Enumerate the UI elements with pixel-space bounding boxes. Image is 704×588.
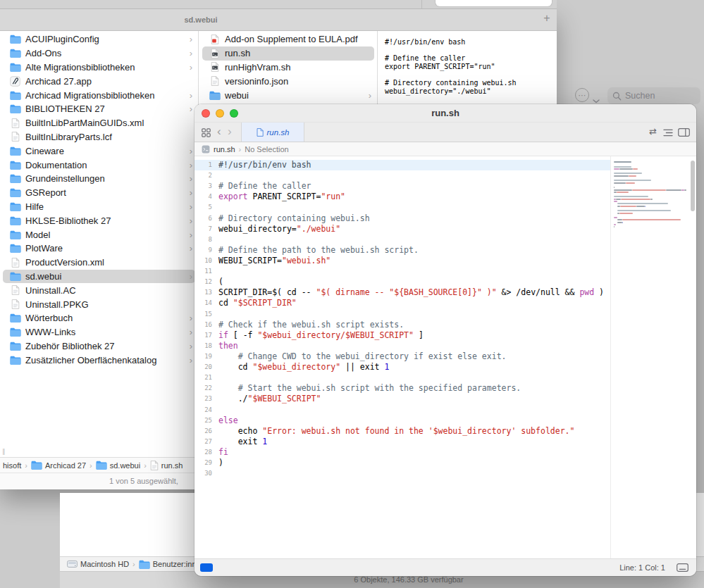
more-options-button[interactable]: ⋯ (575, 88, 589, 102)
code-line[interactable]: 4export PARENT_SCRIPT="run" (194, 192, 610, 202)
folder-row[interactable]: Cineware› (3, 144, 195, 158)
path-item[interactable]: sd.webui (96, 461, 140, 470)
code-line[interactable]: 11 (194, 266, 610, 277)
line-number: 20 (194, 362, 218, 373)
folder-row[interactable]: ProductVersion.xml (3, 256, 195, 270)
code-line[interactable]: 1#!/usr/bin/env bash (194, 160, 610, 170)
jump-bar[interactable]: run.sh › No Selection (194, 142, 696, 156)
path-item-label: run.sh (161, 461, 183, 470)
editor-layout-icon[interactable] (678, 128, 690, 137)
finder-toolbar[interactable]: sd.webui + (0, 9, 557, 31)
line-number: 24 (194, 405, 218, 415)
editor-scrollbar[interactable] (690, 159, 696, 556)
path-item[interactable]: run.sh (150, 461, 183, 470)
code-text (218, 373, 610, 383)
breadcrumb-selection[interactable]: No Selection (245, 145, 288, 154)
folder-row[interactable]: Grundeinstellungen› (3, 172, 195, 186)
tab-run-sh[interactable]: run.sh (241, 123, 304, 142)
folder-row[interactable]: Wörterbuch› (3, 311, 195, 325)
script-icon (208, 62, 221, 72)
xcode-title-bar[interactable]: run.sh (194, 104, 696, 123)
folder-row[interactable]: ACUIPluginConfig› (3, 32, 195, 46)
chevron-right-icon: › (187, 187, 192, 198)
keyboard-panel-icon[interactable] (677, 563, 688, 572)
zoom-button[interactable] (230, 109, 238, 118)
code-line[interactable]: 27 exit 1 (194, 437, 610, 447)
folder-row[interactable]: GSReport› (3, 186, 195, 200)
folder-row[interactable]: Alte Migrationsbibliotheken› (3, 61, 195, 75)
code-line[interactable]: 24 (194, 405, 610, 415)
doc-icon (208, 76, 221, 86)
code-line[interactable]: 3# Define the caller (194, 181, 610, 192)
folder-row[interactable]: PlotWare› (3, 242, 195, 256)
file-row[interactable]: runHighVram.sh (202, 61, 374, 75)
folder-row[interactable]: Uninstall.AC (3, 283, 195, 297)
code-line[interactable]: 21 (194, 373, 610, 383)
breadcrumb-file[interactable]: run.sh (214, 145, 235, 154)
search-field[interactable]: Suchen (607, 87, 700, 104)
folder-row[interactable]: Zusätzlicher Oberflächenkatalog› (3, 353, 195, 367)
path-item[interactable]: Macintosh HD (67, 560, 129, 568)
code-line[interactable]: 28fi (194, 447, 610, 458)
folder-row[interactable]: Add-Ons› (3, 46, 195, 61)
code-line[interactable]: 14cd "$SCRIPT_DIR" (194, 298, 610, 308)
folder-row[interactable]: Zubehör Bibliothek 27› (3, 339, 195, 354)
code-line[interactable]: 17if [ -f "$webui_directory/$WEBUI_SCRIP… (194, 330, 610, 341)
code-line[interactable]: 25else (194, 415, 610, 426)
folder-row[interactable]: BuiltInLibPartMainGUIDs.xml (3, 116, 195, 130)
code-line[interactable]: 30 (194, 468, 610, 479)
new-tab-button[interactable]: + (541, 12, 553, 25)
folder-row[interactable]: BuiltInLibraryParts.lcf (3, 130, 195, 144)
tab-overview-icon[interactable] (202, 128, 211, 137)
code-line[interactable]: 10WEBUI_SCRIPT="webui.sh" (194, 256, 610, 266)
code-line[interactable]: 22 # Start the webui.sh script with the … (194, 383, 610, 394)
back-button[interactable]: ‹ (217, 125, 221, 139)
code-line[interactable]: 8 (194, 234, 610, 245)
file-row[interactable]: Add-on Supplement to EULA.pdf (202, 32, 374, 46)
code-line[interactable]: 9# Define the path to the webui.sh scrip… (194, 245, 610, 256)
code-line[interactable]: 5 (194, 202, 610, 213)
code-editor[interactable]: 1#!/usr/bin/env bash23# Define the calle… (194, 156, 696, 558)
folder-row[interactable]: Uninstall.PPKG (3, 297, 195, 311)
folder-row[interactable]: BIBLIOTHEKEN 27› (3, 102, 195, 116)
code-line[interactable]: 7webui_directory="./webui" (194, 224, 610, 234)
folder-row[interactable]: Hilfe› (3, 200, 195, 214)
file-row[interactable]: run.sh (202, 46, 374, 61)
code-line[interactable]: 23 ./"$WEBUI_SCRIPT" (194, 394, 610, 404)
code-line[interactable]: 6# Directory containing webui.sh (194, 213, 610, 224)
folder-row[interactable]: Archicad 27.app (3, 74, 195, 88)
code-line[interactable]: 20 cd "$webui_directory" || exit 1 (194, 362, 610, 373)
folder-row[interactable]: Archicad Migrationsbibliotheken› (3, 88, 195, 102)
code-line[interactable]: 15 (194, 309, 610, 320)
minimap[interactable] (610, 156, 689, 558)
folder-row[interactable]: Dokumentation› (3, 158, 195, 172)
folder-row[interactable]: Model› (3, 227, 195, 242)
item-label: ProductVersion.xml (22, 257, 192, 268)
code-line[interactable]: 2 (194, 170, 610, 181)
file-row[interactable]: versioninfo.json (202, 74, 374, 88)
forward-button[interactable]: › (228, 125, 232, 139)
folder-row[interactable]: HKLSE-Bibliothek 27› (3, 213, 195, 227)
code-line[interactable]: 26 echo "Error: webui.sh not found in th… (194, 426, 610, 437)
path-item[interactable]: hisoft (3, 461, 21, 470)
code-line[interactable]: 16# Check if the webui.sh script exists. (194, 320, 610, 330)
code-line[interactable]: 19 # Change CWD to the webui_directory i… (194, 351, 610, 362)
code-line[interactable]: 18then (194, 341, 610, 351)
swap-editors-icon[interactable]: ⇄ (649, 126, 657, 137)
code-line[interactable]: 13SCRIPT_DIR=$( cd -- "$( dirname -- "${… (194, 287, 610, 298)
file-row[interactable]: webui› (202, 88, 374, 102)
folder-row[interactable]: WWW-Links› (3, 325, 195, 339)
folder-row[interactable]: sd.webui› (3, 270, 195, 284)
close-button[interactable] (202, 109, 210, 118)
code-line[interactable]: 29) (194, 458, 610, 468)
code-line[interactable]: 12( (194, 277, 610, 287)
adjust-editor-icon[interactable] (663, 129, 673, 137)
file-icon (257, 128, 264, 137)
path-item[interactable]: Archicad 27 (31, 461, 86, 470)
column-resize-handle[interactable]: ∥ (2, 448, 6, 455)
item-label: BIBLIOTHEKEN 27 (22, 104, 187, 114)
xcode-status-bar: Line: 1 Col: 1 (194, 558, 696, 576)
scrollbar-thumb[interactable] (691, 161, 695, 211)
chevron-right-icon: › (187, 230, 192, 240)
minimize-button[interactable] (216, 109, 224, 118)
